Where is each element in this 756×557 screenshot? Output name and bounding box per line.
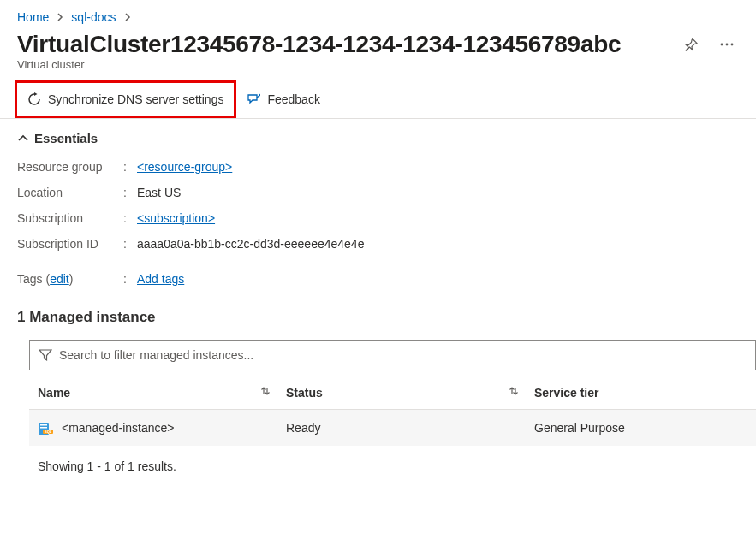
tags-add-link[interactable]: Add tags [137, 272, 184, 286]
col-name-header[interactable]: Name [38, 385, 286, 400]
breadcrumb: Home sql-docs [0, 0, 756, 27]
sync-dns-button[interactable]: Synchronize DNS server settings [17, 82, 234, 116]
svg-text:SQL: SQL [45, 430, 52, 434]
row-tier: General Purpose [534, 421, 747, 435]
sql-managed-instance-icon: SQL [38, 420, 53, 436]
svg-point-2 [731, 44, 734, 46]
pin-icon [684, 38, 698, 51]
more-button[interactable] [715, 33, 739, 56]
resource-group-link[interactable]: <resource-group> [137, 160, 232, 174]
location-value: East US [137, 186, 181, 199]
svg-rect-5 [40, 427, 47, 429]
feedback-label: Feedback [267, 92, 319, 106]
col-tier-header[interactable]: Service tier [534, 386, 747, 400]
row-name: <managed-instance> [62, 421, 175, 435]
highlighted-action: Synchronize DNS server settings [15, 80, 236, 118]
sort-icon [260, 385, 286, 400]
feedback-icon [247, 92, 260, 106]
svg-rect-4 [40, 424, 47, 426]
chevron-right-icon [56, 10, 64, 24]
kv-key: Tags (edit) [17, 272, 123, 286]
refresh-icon [27, 92, 41, 106]
search-wrap[interactable] [29, 340, 756, 370]
svg-point-1 [726, 44, 729, 46]
kv-subscription: Subscription : <subscription> [17, 205, 739, 231]
section-title: 1 Managed instance [0, 300, 756, 340]
kv-key: Resource group [17, 160, 123, 174]
sort-icon [509, 385, 534, 400]
more-icon [720, 43, 734, 46]
pin-button[interactable] [679, 33, 703, 56]
search-input[interactable] [59, 348, 747, 362]
kv-key: Location [17, 186, 123, 199]
resource-type-label: Virtual cluster [0, 58, 756, 80]
kv-location: Location : East US [17, 180, 739, 205]
essentials-toggle[interactable]: Essentials [17, 131, 739, 154]
subscription-id-value: aaaa0a0a-bb1b-cc2c-dd3d-eeeeee4e4e4e [137, 237, 364, 251]
row-status: Ready [286, 421, 534, 435]
subscription-link[interactable]: <subscription> [137, 211, 215, 225]
results-summary: Showing 1 - 1 of 1 results. [29, 446, 756, 487]
kv-key: Subscription [17, 211, 123, 225]
breadcrumb-parent[interactable]: sql-docs [71, 10, 116, 24]
kv-subscription-id: Subscription ID : aaaa0a0a-bb1b-cc2c-dd3… [17, 231, 739, 257]
tags-edit-link[interactable]: edit [50, 272, 69, 286]
breadcrumb-home[interactable]: Home [17, 10, 49, 24]
essentials-heading: Essentials [34, 131, 98, 145]
feedback-button[interactable]: Feedback [236, 82, 330, 116]
table-header: Name Status Service tier [29, 376, 756, 410]
col-status-header[interactable]: Status [286, 385, 534, 400]
chevron-right-icon [123, 10, 132, 24]
sync-dns-label: Synchronize DNS server settings [48, 92, 223, 106]
page-title: VirtualCluster12345678-1234-1234-1234-12… [17, 31, 621, 58]
chevron-up-icon [17, 133, 29, 145]
table-row[interactable]: SQL <managed-instance> Ready General Pur… [29, 410, 756, 446]
toolbar: Synchronize DNS server settings Feedback [0, 80, 756, 119]
kv-resource-group: Resource group : <resource-group> [17, 154, 739, 180]
filter-icon [39, 348, 52, 362]
svg-point-0 [721, 44, 723, 46]
kv-tags: Tags (edit) : Add tags [17, 257, 739, 292]
kv-key: Subscription ID [17, 237, 123, 251]
